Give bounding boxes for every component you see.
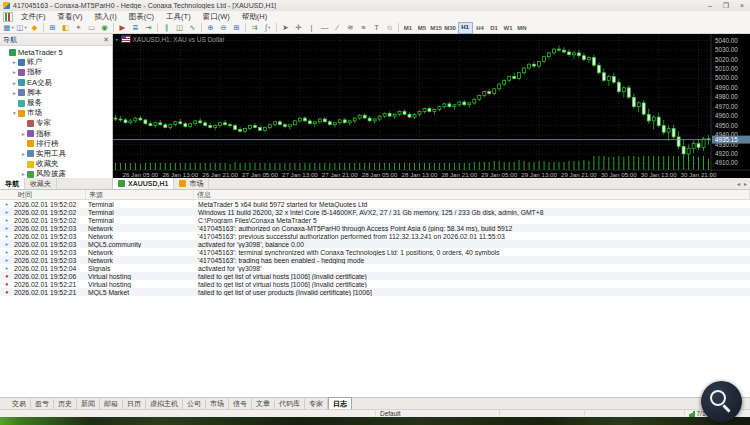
journal-row[interactable]: ▸2026.02.01 19:52:04Signalsactivated for…: [0, 264, 750, 272]
strategy-tester-button[interactable]: ◉: [99, 23, 111, 33]
toolbox-tab-日志[interactable]: 日志: [328, 397, 352, 409]
tab-scroll-left-icon[interactable]: ◂: [737, 180, 740, 187]
toolbox-tab-虚拟主机[interactable]: 虚拟主机: [146, 399, 183, 409]
timeframe-w1-button[interactable]: W1: [502, 23, 515, 33]
market-watch-button[interactable]: ⊞: [47, 23, 59, 33]
navigator-item-services[interactable]: 服务: [0, 98, 112, 108]
zoom-in-button[interactable]: ⊕: [205, 23, 217, 33]
timeframe-m15-button[interactable]: M15: [430, 23, 443, 33]
chart-tab-市场[interactable]: 市场: [174, 178, 209, 189]
screen-magnifier-overlay[interactable]: [701, 381, 742, 422]
navigator-item-market-indicators[interactable]: ▸指标: [0, 129, 112, 139]
one-click-trading-toggle[interactable]: ▸: [116, 36, 119, 42]
navigator-item-market-top-rated[interactable]: 排行榜: [0, 139, 112, 149]
toolbox-tab-公司[interactable]: 公司: [183, 399, 206, 409]
cursor-tool-button[interactable]: ➤: [280, 23, 292, 33]
zoom-out-button[interactable]: ⊖: [218, 23, 230, 33]
chart-area[interactable]: ▸ XAUUSD,H1: XAU vs US Dollar 5040.00503…: [113, 34, 750, 178]
menu-item-工具T[interactable]: 工具(T): [160, 11, 197, 22]
journal-column-source[interactable]: 来源: [86, 190, 194, 199]
timeframe-h4-button[interactable]: H4: [474, 23, 487, 33]
journal-row[interactable]: ●2026.02.01 19:52:21Virtual hostingfaile…: [0, 280, 750, 288]
timeframe-h1-button[interactable]: H1: [458, 22, 473, 34]
expander-icon[interactable]: ▸: [20, 171, 27, 177]
fibonacci-tool-button[interactable]: ≡: [358, 23, 370, 33]
navigator-item-market-experts[interactable]: 专家: [0, 118, 112, 128]
journal-row[interactable]: ▸2026.02.01 19:52:02TerminalMetaTrader 5…: [0, 200, 750, 208]
text-tool-button[interactable]: T: [371, 23, 383, 33]
navigator-toggle-button[interactable]: ✦: [73, 23, 85, 33]
menu-item-文件F[interactable]: 文件(F): [15, 11, 52, 22]
minimize-button[interactable]: –: [702, 0, 718, 11]
menu-item-插入I[interactable]: 插入(I): [89, 11, 123, 22]
navigator-item-metatrader-logo[interactable]: MetaTrader 5: [0, 47, 112, 57]
timeframe-m1-button[interactable]: M1: [402, 23, 415, 33]
navigator-item-accounts[interactable]: ▸账户: [0, 57, 112, 67]
toolbox-tab-历史[interactable]: 历史: [54, 399, 77, 409]
tab-scroll-right-icon[interactable]: ▸: [744, 180, 747, 187]
chart-menu-icon[interactable]: [3, 12, 13, 22]
toolbox-tab-专家[interactable]: 专家: [305, 399, 328, 409]
status-profile[interactable]: Default: [376, 410, 500, 417]
expander-icon[interactable]: ▾: [11, 110, 18, 116]
chart-profiles-button[interactable]: ◫▾: [16, 23, 28, 33]
indicators-button[interactable]: ∫▾: [262, 23, 274, 33]
journal-column-message[interactable]: 信息: [194, 190, 750, 199]
candlestick-chart[interactable]: 5040.005030.005020.005010.005000.004990.…: [113, 34, 750, 178]
navigator-item-market-favorites[interactable]: 收藏夹: [0, 159, 112, 169]
bars-mode-button[interactable]: ∥: [161, 23, 173, 33]
new-order-button[interactable]: ◆: [29, 23, 41, 33]
expander-icon[interactable]: ▸: [20, 151, 27, 157]
journal-row[interactable]: ▸2026.02.01 19:52:03MQL5.communityactiva…: [0, 240, 750, 248]
navigator-item-expert-advisors[interactable]: ▸EA交易: [0, 78, 112, 88]
menu-item-帮助H[interactable]: 帮助(H): [236, 11, 273, 22]
navigator-tab-inactive[interactable]: 收藏夹: [25, 178, 57, 189]
auto-scroll-button[interactable]: ⇉: [249, 23, 261, 33]
toolbox-tab-代码库[interactable]: 代码库: [275, 399, 305, 409]
timeframe-m5-button[interactable]: M5: [416, 23, 429, 33]
navigator-item-scripts[interactable]: ▸脚本: [0, 88, 112, 98]
navigator-item-indicators[interactable]: ▸指标: [0, 67, 112, 77]
menu-item-窗口W[interactable]: 窗口(W): [197, 11, 236, 22]
expander-icon[interactable]: ▸: [11, 90, 18, 96]
menu-item-查看V[interactable]: 查看(V): [52, 11, 89, 22]
new-chart-button[interactable]: ▦▾: [3, 23, 15, 33]
toolbox-tab-邮箱[interactable]: 邮箱: [100, 399, 123, 409]
toolbox-tab-盈亏[interactable]: 盈亏: [31, 399, 54, 409]
arrows-tool-button[interactable]: ☺: [384, 23, 396, 33]
journal-row[interactable]: ●2026.02.01 19:52:06Virtual hostingfaile…: [0, 272, 750, 280]
navigator-tab-active[interactable]: 导航: [0, 178, 25, 189]
timeframe-m30-button[interactable]: M30: [444, 23, 457, 33]
depth-of-market-button[interactable]: ≣: [130, 23, 142, 33]
journal-row[interactable]: ▸2026.02.01 19:52:03Network'417045163': …: [0, 232, 750, 240]
close-icon[interactable]: ✕: [103, 36, 109, 44]
journal-row[interactable]: ●2026.02.01 19:52:21MQL5 Marketfailed to…: [0, 288, 750, 296]
maximize-button[interactable]: ❐: [718, 0, 734, 11]
journal-row[interactable]: ▸2026.02.01 19:52:03Network'417045163': …: [0, 224, 750, 232]
horizontal-line-tool-button[interactable]: —: [319, 23, 331, 33]
chart-tab-XAUUSD-H1[interactable]: XAUUSD,H1: [113, 178, 174, 189]
navigator-item-market[interactable]: ▾市场: [0, 108, 112, 118]
timeframe-mn-button[interactable]: MN: [516, 23, 529, 33]
journal-row[interactable]: ▸2026.02.01 19:52:02TerminalC:\Program F…: [0, 216, 750, 224]
crosshair-tool-button[interactable]: ✛: [293, 23, 305, 33]
data-window-button[interactable]: ◧: [60, 23, 72, 33]
toolbox-tab-新闻[interactable]: 新闻: [77, 399, 100, 409]
toolbox-tab-交易[interactable]: 交易: [8, 399, 31, 409]
journal-column-time[interactable]: 时间: [0, 190, 86, 199]
trendline-tool-button[interactable]: ∕: [332, 23, 344, 33]
journal-row[interactable]: ▸2026.02.01 19:52:02TerminalWindows 11 b…: [0, 208, 750, 216]
toolbox-tab-信号[interactable]: 信号: [229, 399, 252, 409]
timeframe-d1-button[interactable]: D1: [488, 23, 501, 33]
toolbox-tab-市场[interactable]: 市场: [206, 399, 229, 409]
menu-item-图表C[interactable]: 图表(C): [123, 11, 160, 22]
chart-shift-button[interactable]: ⇥: [143, 23, 155, 33]
line-mode-button[interactable]: ∿: [187, 23, 199, 33]
toolbox-tab-日历[interactable]: 日历: [123, 399, 146, 409]
vertical-line-tool-button[interactable]: |: [306, 23, 318, 33]
expander-icon[interactable]: ▸: [11, 80, 18, 86]
candles-mode-button[interactable]: ◫: [174, 23, 186, 33]
toolbox-toggle-button[interactable]: ▭: [86, 23, 98, 33]
expander-icon[interactable]: ▸: [11, 59, 18, 65]
expander-icon[interactable]: ▸: [20, 131, 27, 137]
